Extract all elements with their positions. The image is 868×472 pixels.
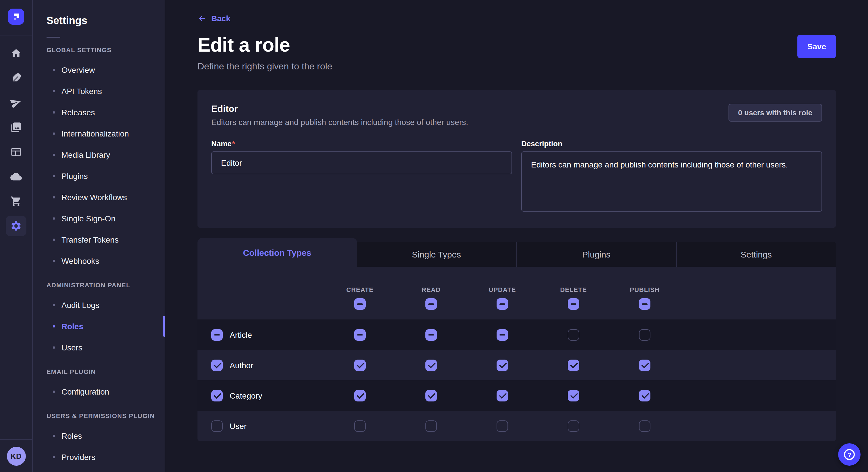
help-button[interactable]: ? [838,443,861,466]
section-label: EMAIL PLUGIN [33,368,165,375]
author-publish-checkbox[interactable] [639,359,650,371]
table-row-user: User [197,411,836,441]
sidebar-item-webhooks[interactable]: Webhooks [33,250,165,271]
article-delete-checkbox[interactable] [568,329,579,340]
page-title: Edit a role [197,34,332,56]
row-checkbox-user[interactable] [211,420,223,432]
table-row-article: Article [197,319,836,350]
back-link[interactable]: Back [197,14,230,23]
row-checkbox-article[interactable] [211,329,223,340]
bullet-icon [53,90,55,92]
sidebar-item-review-workflows[interactable]: Review Workflows [33,187,165,208]
bullet-icon [53,456,55,458]
bullet-icon [53,111,55,113]
article-create-checkbox[interactable] [354,329,366,340]
article-read-checkbox[interactable] [425,329,437,340]
select-all-update-checkbox[interactable] [497,298,508,310]
category-delete-checkbox[interactable] [568,390,579,401]
column-update: UPDATE [467,286,538,310]
sidebar-item-overview[interactable]: Overview [33,59,165,80]
category-create-checkbox[interactable] [354,390,366,401]
select-all-publish-checkbox[interactable] [639,298,650,310]
column-delete: DELETE [538,286,609,310]
feather-icon[interactable] [6,68,26,88]
bullet-icon [53,238,55,241]
bullet-icon [53,325,55,327]
tab-settings[interactable]: Settings [676,242,836,267]
sidebar-item-plugins[interactable]: Plugins [33,165,165,187]
column-label: UPDATE [489,286,516,293]
media-library-icon[interactable] [6,117,26,138]
article-publish-checkbox[interactable] [639,329,650,340]
select-all-delete-checkbox[interactable] [568,298,579,310]
column-label: CREATE [346,286,374,293]
category-update-checkbox[interactable] [497,390,508,401]
tab-collection-types[interactable]: Collection Types [197,238,357,267]
user-delete-checkbox[interactable] [568,420,579,432]
user-publish-checkbox[interactable] [639,420,650,432]
row-checkbox-author[interactable] [211,359,223,371]
users-with-role-button[interactable]: 0 users with this role [728,104,822,122]
icon-rail: KD [0,0,33,472]
sidebar-item-audit-logs[interactable]: Audit Logs [33,294,165,315]
sidebar-item-users[interactable]: Users [33,337,165,358]
sidebar-item-roles-admin[interactable]: Roles [33,315,165,337]
bullet-icon [53,304,55,306]
name-field-group: Name* [211,139,512,214]
bullet-icon [53,390,55,393]
row-label: Category [229,391,262,400]
bullet-icon [53,154,55,156]
user-avatar[interactable]: KD [7,447,26,466]
tab-plugins[interactable]: Plugins [516,242,676,267]
tab-single-types[interactable]: Single Types [357,242,516,267]
section-users-permissions-plugin: USERS & PERMISSIONS PLUGIN Roles Provide… [33,412,165,467]
author-delete-checkbox[interactable] [568,359,579,371]
name-input[interactable] [211,151,512,174]
article-update-checkbox[interactable] [497,329,508,340]
permissions-tabs: Collection Types Single Types Plugins Se… [197,238,836,267]
column-label: DELETE [560,286,587,293]
section-label: USERS & PERMISSIONS PLUGIN [33,412,165,419]
home-icon[interactable] [6,43,26,64]
category-read-checkbox[interactable] [425,390,437,401]
sidebar-item-single-sign-on[interactable]: Single Sign-On [33,208,165,229]
author-create-checkbox[interactable] [354,359,366,371]
user-update-checkbox[interactable] [497,420,508,432]
cloud-icon[interactable] [6,166,26,187]
save-button[interactable]: Save [798,35,836,58]
app-window: KD Settings GLOBAL SETTINGS Overview API… [0,0,868,472]
paper-plane-icon[interactable] [6,92,26,113]
layout-icon[interactable] [6,142,26,162]
user-create-checkbox[interactable] [354,420,366,432]
user-read-checkbox[interactable] [425,420,437,432]
sidebar-item-internationalization[interactable]: Internationalization [33,123,165,144]
sidebar-item-transfer-tokens[interactable]: Transfer Tokens [33,229,165,250]
bullet-icon [53,175,55,177]
author-read-checkbox[interactable] [425,359,437,371]
bullet-icon [53,434,55,437]
select-all-read-checkbox[interactable] [425,298,437,310]
row-label: Article [229,330,252,339]
question-mark-icon: ? [844,449,855,460]
section-global-settings: GLOBAL SETTINGS Overview API Tokens Rele… [33,46,165,271]
sidebar-title-divider [46,37,60,38]
sidebar-item-configuration[interactable]: Configuration [33,381,165,402]
bullet-icon [53,132,55,134]
strapi-logo[interactable] [8,9,24,25]
category-publish-checkbox[interactable] [639,390,650,401]
sidebar-item-api-tokens[interactable]: API Tokens [33,80,165,102]
row-checkbox-category[interactable] [211,390,223,401]
sidebar-item-media-library[interactable]: Media Library [33,144,165,165]
sidebar-item-providers[interactable]: Providers [33,446,165,467]
sidebar-item-roles-up[interactable]: Roles [33,425,165,446]
author-update-checkbox[interactable] [497,359,508,371]
required-asterisk: * [232,139,235,148]
gear-icon[interactable] [6,216,26,236]
rail-nav [6,43,26,240]
section-email-plugin: EMAIL PLUGIN Configuration [33,368,165,402]
cart-icon[interactable] [6,191,26,212]
sidebar-item-releases[interactable]: Releases [33,102,165,123]
table-row-author: Author [197,350,836,380]
select-all-create-checkbox[interactable] [354,298,366,310]
description-textarea[interactable]: Editors can manage and publish contents … [521,151,822,212]
